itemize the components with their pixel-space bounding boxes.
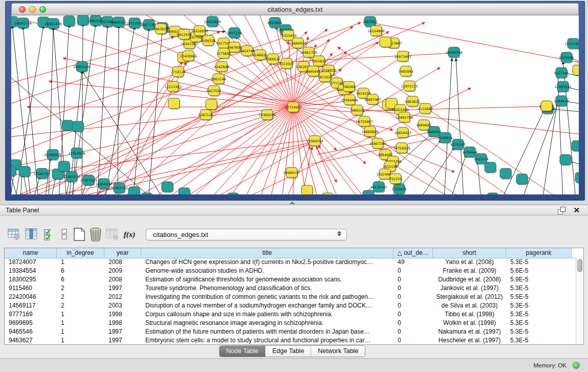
table-options-icon[interactable] [7, 227, 20, 242]
tab-edge-table[interactable]: Edge Table [266, 346, 311, 357]
table-row[interactable]: 1830029562008Estimation of significance … [5, 275, 575, 284]
network-graph-canvas[interactable]: 2405572420691406106532871527602646616210… [11, 15, 579, 194]
graph-node[interactable]: 8427552 [207, 85, 222, 97]
graph-node[interactable]: 19756928 [393, 143, 410, 154]
table-row[interactable]: 1872400712008Changes of HCN gene express… [5, 258, 575, 267]
graph-node[interactable]: 7857224 [227, 28, 242, 39]
graph-node[interactable]: 9899695 [417, 120, 431, 131]
graph-node[interactable] [141, 193, 154, 194]
graph-node[interactable] [541, 101, 553, 112]
table-row[interactable]: 1938455462009Genome-wide association stu… [5, 267, 575, 275]
column-header-short[interactable]: short [433, 248, 506, 258]
graph-node[interactable]: 6466162 [112, 17, 126, 28]
graph-node[interactable]: 7663822 [154, 24, 168, 35]
graph-node[interactable]: 7986322 [350, 105, 365, 116]
table-row[interactable]: 1456911722003Disruption of a novel membe… [5, 301, 575, 310]
graph-node[interactable] [168, 98, 181, 110]
table-row[interactable]: 2242004622012Investigating the contribut… [5, 293, 575, 301]
close-panel-button[interactable]: ✕ [573, 206, 580, 215]
graph-node[interactable]: 16782753 [111, 183, 127, 194]
table-row[interactable]: 911546021997Tourette syndrome. Phenomeno… [5, 284, 575, 293]
graph-node[interactable]: 3175685 [216, 48, 231, 59]
graph-node[interactable] [227, 193, 239, 194]
graph-node[interactable] [363, 190, 375, 194]
graph-node[interactable] [128, 187, 141, 194]
graph-node[interactable] [179, 188, 191, 194]
table-row[interactable]: 946362711997Embryonic stem cells: a mode… [5, 336, 575, 344]
graph-node[interactable]: 20564486 [341, 95, 358, 106]
graph-node[interactable]: 1244413 [554, 96, 569, 107]
row-height-icon[interactable] [58, 227, 71, 242]
column-header-out_de[interactable]: △ out_de… [394, 248, 433, 258]
graph-node[interactable]: 20206505 [44, 149, 61, 161]
graph-node[interactable] [487, 193, 499, 194]
graph-node[interactable]: 10688609 [361, 126, 378, 138]
graph-node[interactable]: 746266 [343, 81, 356, 93]
table-row[interactable]: 946554611997Estimation of the future num… [5, 327, 575, 336]
column-header-title[interactable]: title [141, 248, 394, 258]
graph-node[interactable]: 7485063 [399, 66, 413, 77]
graph-node[interactable] [575, 172, 579, 184]
column-header-year[interactable]: year [104, 248, 141, 258]
delete-table-icon[interactable] [89, 227, 102, 242]
graph-node[interactable]: 18807249 [369, 138, 386, 149]
table-row[interactable]: 969969511998Structural magnetic resonanc… [5, 319, 575, 327]
column-header-name[interactable]: name [5, 248, 57, 258]
graph-node[interactable] [322, 193, 334, 194]
graph-node[interactable]: 19654923 [394, 127, 411, 139]
graph-node[interactable] [560, 155, 572, 166]
table-scrollbar[interactable] [576, 258, 583, 344]
graph-node[interactable] [500, 168, 512, 180]
graph-node[interactable] [573, 65, 579, 76]
graph-node[interactable] [19, 166, 31, 178]
graph-node[interactable]: 12213383 [164, 81, 181, 93]
graph-node[interactable]: 9329966 [559, 52, 574, 63]
table-selector-dropdown[interactable]: citations_edges.txt [146, 229, 347, 240]
graph-node[interactable] [485, 162, 497, 173]
graph-node[interactable] [162, 182, 174, 193]
graph-node[interactable]: 8186328 [201, 35, 216, 47]
graph-node[interactable]: 1588520 [266, 54, 280, 65]
tab-network-table[interactable]: Network Table [311, 346, 365, 357]
column-header-pagerank[interactable]: pagerank [506, 248, 572, 258]
graph-node[interactable] [63, 16, 76, 27]
graph-node[interactable]: 12942737 [33, 168, 50, 180]
graph-node[interactable] [72, 121, 84, 133]
window-titlebar[interactable]: citations_edges.txt [11, 3, 579, 15]
graph-node[interactable] [11, 166, 17, 177]
graph-node[interactable] [301, 185, 314, 194]
panel-splitter-handle[interactable] [289, 202, 295, 204]
graph-node[interactable]: 17957223 [80, 175, 97, 186]
show-columns-icon[interactable] [25, 227, 38, 242]
table-row[interactable]: 977716911998Corpus callosum shape and si… [5, 310, 575, 319]
graph-node[interactable]: 2718126 [171, 67, 186, 78]
graph-node[interactable] [572, 141, 579, 152]
function-builder-icon[interactable]: f(x) [123, 227, 136, 242]
graph-node[interactable]: 9463627 [405, 96, 420, 107]
memory-ok-indicator[interactable] [573, 362, 580, 369]
graph-node[interactable]: 12093872 [554, 81, 571, 93]
graph-node[interactable] [206, 99, 218, 111]
graph-node[interactable]: 15720407 [356, 116, 373, 127]
tab-node-table[interactable]: Node Table [220, 346, 266, 357]
graph-node[interactable]: 15751874 [564, 38, 579, 50]
float-panel-button[interactable] [558, 207, 565, 214]
graph-node[interactable]: 9227341 [554, 68, 569, 79]
graph-node[interactable]: 12975115 [401, 81, 418, 92]
graph-node[interactable]: 16648784 [445, 47, 462, 58]
graph-node[interactable]: 8912954 [177, 29, 192, 40]
graph-node[interactable] [516, 174, 529, 185]
graph-node[interactable] [380, 37, 392, 48]
column-header-in_degree[interactable]: in_degree [57, 248, 104, 258]
graph-node[interactable]: 6879197 [451, 139, 466, 150]
graph-node[interactable] [58, 161, 71, 172]
graph-node[interactable]: 2803144 [211, 74, 226, 85]
scrollbar-thumb[interactable] [577, 259, 582, 272]
new-table-icon[interactable] [73, 227, 86, 242]
select-columns-icon[interactable] [43, 227, 56, 242]
graph-node[interactable]: 8322037 [279, 58, 294, 70]
graph-node[interactable]: 752254 [389, 173, 402, 185]
graph-node[interactable]: 1753426 [392, 184, 407, 194]
graph-node[interactable]: 17359926 [68, 148, 85, 159]
graph-node[interactable]: 16033809 [204, 16, 221, 28]
